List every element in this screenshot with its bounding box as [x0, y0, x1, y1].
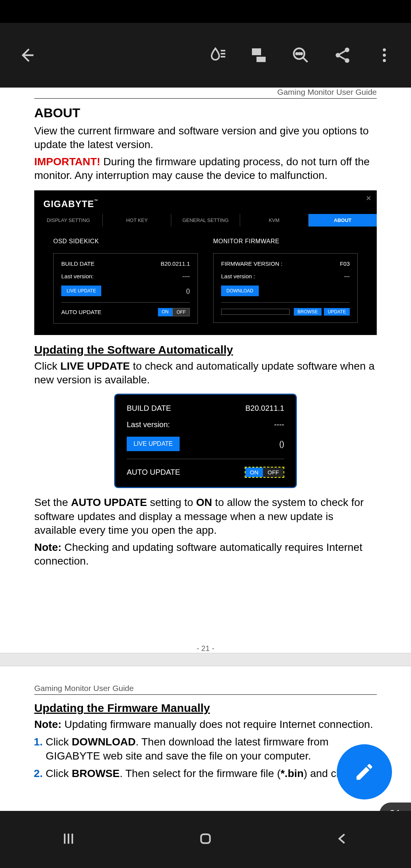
step-1: Click DOWNLOAD. Then download the latest…: [46, 735, 377, 764]
svg-point-3: [298, 53, 300, 54]
manual-update-heading: Updating the Firmware Manually: [34, 702, 377, 715]
search-icon[interactable]: [289, 44, 312, 67]
tab-display: DISPLAY SETTING: [34, 214, 103, 227]
edit-fab[interactable]: [337, 744, 392, 799]
update-button: UPDATE: [324, 308, 350, 316]
svg-point-7: [336, 53, 340, 57]
back-nav-icon[interactable]: [335, 831, 350, 848]
live-update-button: LIVE UPDATE: [61, 286, 101, 296]
page-21: Gaming Monitor User Guide ABOUT View the…: [0, 88, 411, 653]
share-icon[interactable]: [331, 44, 354, 67]
browse-button: BROWSE: [294, 308, 322, 316]
tab-general: GENERAL SETTING: [171, 214, 240, 227]
svg-point-11: [383, 59, 386, 62]
page-header: Gaming Monitor User Guide: [34, 684, 377, 695]
osd-sidekick-title: OSD SIDEKICK: [53, 238, 198, 245]
download-button: DOWNLOAD: [221, 286, 259, 296]
about-desc: View the current firmware and software v…: [34, 124, 377, 152]
tab-hotkey: HOT KEY: [103, 214, 171, 227]
more-icon[interactable]: [373, 44, 396, 67]
osd-full-screenshot: ✕ GIGABYTE™ DISPLAY SETTING HOT KEY GENE…: [34, 190, 377, 335]
svg-point-4: [296, 53, 298, 54]
live-update-button: LIVE UPDATE: [127, 437, 180, 451]
monitor-firmware-title: MONITOR FIRMWARE: [213, 238, 358, 245]
set-auto-text: Set the AUTO UPDATE setting to ON to all…: [34, 496, 377, 537]
reader-icon[interactable]: [247, 44, 270, 67]
svg-point-6: [345, 48, 349, 52]
progress-bar: [221, 309, 290, 315]
about-title: ABOUT: [34, 105, 377, 120]
status-bar: [0, 0, 411, 23]
android-nav-bar: [0, 811, 411, 868]
auto-update-toggle: ONOFF: [158, 308, 190, 316]
gigabyte-logo: GIGABYTE™: [34, 190, 377, 214]
svg-rect-1: [256, 57, 266, 62]
svg-rect-0: [252, 48, 261, 55]
app-toolbar: [0, 23, 411, 88]
document-viewer[interactable]: Gaming Monitor User Guide ABOUT View the…: [0, 88, 411, 811]
step-2: Click BROWSE. Then select for the firmwa…: [46, 766, 377, 781]
manual-steps: Click DOWNLOAD. Then download the latest…: [46, 735, 377, 781]
manual-note: Note: Updating firmware manually does no…: [34, 718, 377, 731]
svg-point-10: [383, 54, 386, 57]
back-icon[interactable]: [15, 44, 38, 67]
auto-update-heading: Updating the Software Automatically: [34, 343, 377, 356]
osd-detail-screenshot: BUILD DATEB20.0211.1 Last version:---- L…: [114, 394, 297, 488]
osd-tabs: DISPLAY SETTING HOT KEY GENERAL SETTING …: [34, 214, 377, 227]
svg-point-9: [383, 48, 386, 51]
important-text: IMPORTANT! During the firmware updating …: [34, 155, 377, 183]
tab-about: ABOUT: [309, 214, 377, 227]
svg-point-8: [345, 58, 349, 63]
recents-icon[interactable]: [61, 831, 76, 848]
auto-update-toggle-highlighted: ONOFF: [245, 467, 285, 478]
page-number: - 21 -: [34, 644, 377, 653]
page-header: Gaming Monitor User Guide: [34, 88, 377, 99]
ink-icon[interactable]: [206, 44, 228, 67]
home-icon[interactable]: [198, 831, 213, 848]
tab-kvm: KVM: [240, 214, 309, 227]
auto-update-text: Click LIVE UPDATE to check and automatic…: [34, 359, 377, 387]
svg-rect-12: [201, 834, 210, 843]
page-gap: [0, 653, 411, 666]
page-indicator: 21: [379, 803, 411, 811]
svg-point-5: [301, 53, 302, 54]
close-icon: ✕: [366, 194, 371, 203]
note-text: Note: Checking and updating software aut…: [34, 541, 377, 568]
